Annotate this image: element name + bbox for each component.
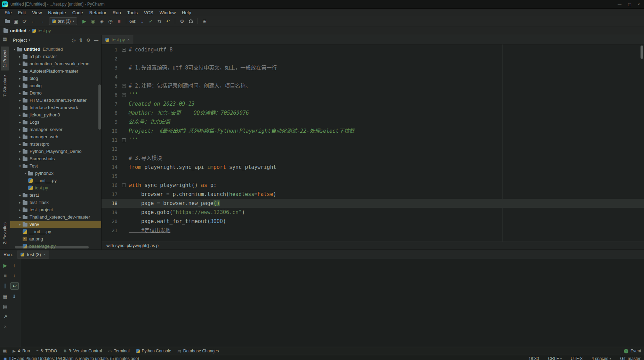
tree-arrow-icon[interactable]: ▸ (18, 99, 22, 102)
tab-test-py[interactable]: test.py × (102, 35, 134, 44)
line-number[interactable]: 13 (102, 154, 121, 163)
tree-arrow-icon[interactable]: ▸ (18, 69, 22, 73)
fold-marker-icon[interactable] (122, 48, 126, 52)
tool-window-button-database-changes[interactable]: ▤Database Changes (174, 347, 222, 355)
code-line-19[interactable]: 19 page.goto("https://www.12306.cn") (102, 208, 644, 217)
fold-marker-icon[interactable] (122, 183, 126, 187)
run-console[interactable] (21, 259, 644, 347)
status-18-30[interactable]: 18:30 (529, 356, 539, 360)
tree-arrow-icon[interactable]: ▸ (18, 113, 22, 117)
line-number[interactable]: 3 (102, 63, 121, 72)
status-utf-8[interactable]: UTF-8 (571, 356, 582, 360)
code-line-7[interactable]: 7Created on 2023-09-13 (102, 99, 644, 108)
tree-arrow-icon[interactable]: ▸ (18, 142, 22, 146)
line-number[interactable]: 14 (102, 163, 121, 172)
line-number[interactable]: 10 (102, 126, 121, 136)
menu-window[interactable]: Window (156, 9, 179, 16)
clear-all-icon[interactable]: × (1, 323, 9, 330)
tool-window-button-7-structure[interactable]: 7: Structure (1, 72, 9, 100)
code-line-8[interactable]: 8@author: 北京-宏哥 QQ交流群：705269076 (102, 108, 644, 117)
tree-item-test-py[interactable]: test.py (10, 184, 101, 191)
tree-arrow-icon[interactable]: ▾ (12, 48, 17, 51)
soft-wrap-icon[interactable]: ↩ (10, 282, 19, 290)
tree-item-autotestplatform-master[interactable]: ▸AutotestPlatform-master (10, 67, 101, 75)
line-number[interactable]: 9 (102, 117, 121, 126)
line-number[interactable]: 18 (102, 199, 121, 208)
menu-code[interactable]: Code (69, 9, 86, 16)
line-number[interactable]: 7 (102, 99, 121, 108)
tree-item-python2x[interactable]: ▸python2x (10, 170, 101, 177)
tab-close-icon[interactable]: × (127, 38, 129, 42)
menu-vcs[interactable]: VCS (141, 9, 156, 16)
tree-arrow-icon[interactable]: ▸ (18, 77, 22, 80)
minimize-button[interactable]: — (618, 2, 621, 7)
tree-arrow-icon[interactable]: ▸ (18, 150, 22, 153)
search-icon[interactable] (186, 17, 195, 25)
run-icon[interactable]: ▶ (80, 17, 89, 25)
run-tab-close-icon[interactable]: × (43, 252, 46, 256)
line-number[interactable]: 12 (102, 145, 121, 154)
menu-refactor[interactable]: Refactor (86, 9, 110, 16)
status-crlf[interactable]: CRLF▾ (548, 356, 562, 360)
tree-item-untitled[interactable]: ▾untitledE:\untitled (10, 46, 101, 53)
status-git-master[interactable]: Git: master (620, 356, 641, 360)
tree-arrow-icon[interactable]: ▸ (18, 194, 22, 197)
project-horizontal-scrollbar[interactable] (15, 246, 89, 248)
print-icon[interactable]: ▤ (1, 303, 9, 310)
menu-navigate[interactable]: Navigate (45, 9, 69, 16)
event-log-button[interactable]: 1Event Log (624, 349, 642, 353)
tool-window-button-version-control[interactable]: ⇅9: Version Control (60, 347, 105, 355)
tree-item-jiekou-python3[interactable]: ▸jiekou_python3 (10, 111, 101, 118)
coverage-icon[interactable]: ◈ (97, 17, 106, 25)
tool-window-button-terminal[interactable]: ▭Terminal (105, 347, 133, 355)
fold-marker-icon[interactable] (122, 84, 126, 88)
close-button[interactable]: × (638, 2, 640, 7)
tree-arrow-icon[interactable]: ▸ (18, 201, 22, 204)
tree-item-aa-png[interactable]: aa.png (10, 235, 101, 243)
jump-to-source-icon[interactable]: ↗ (1, 313, 9, 320)
tree-item-venv[interactable]: ▸venv (10, 221, 101, 228)
prev-trace-icon[interactable]: ↑ (10, 262, 18, 269)
code-line-13[interactable]: 13# 3.导入模块 (102, 154, 644, 163)
project-vertical-scrollbar[interactable] (98, 84, 101, 130)
code-line-11[interactable]: 11''' (102, 136, 644, 145)
code-line-21[interactable]: 21 #定位出发地 (102, 226, 644, 235)
code-line-20[interactable]: 20 page.wait_for_timeout(3000) (102, 217, 644, 226)
tree-arrow-icon[interactable]: ▸ (18, 157, 22, 161)
code-line-1[interactable]: 1# coding=utf-8 (102, 45, 644, 54)
run-tab-test-3[interactable]: test (3) × (17, 251, 49, 259)
tree-arrow-icon[interactable]: ▸ (18, 55, 22, 58)
git-commit-icon[interactable]: ✓ (146, 17, 155, 25)
wrench-icon[interactable]: ⚙ (178, 17, 186, 25)
tree-arrow-icon[interactable]: ▸ (23, 172, 28, 175)
tree-arrow-icon[interactable]: ▸ (18, 91, 22, 95)
code-line-3[interactable]: 3# 1.先设置编码，utf-8可支持中英文，如上，一般放在第一行 (102, 63, 644, 72)
git-compare-icon[interactable]: ⇆ (155, 17, 164, 25)
code-line-17[interactable]: 17 browser = p.chromium.launch(headless=… (102, 190, 644, 199)
tree-item-blog[interactable]: ▸blog (10, 75, 101, 82)
tree-item-thailand-xsteach-dev-master[interactable]: ▸Thailand_xsteach_dev-master (10, 213, 101, 221)
menu-file[interactable]: File (1, 9, 15, 16)
scroll-to-end-icon[interactable]: ⇓ (10, 293, 18, 300)
tree-item-python-playwright-demo[interactable]: ▸Python_Playwright_Demo (10, 148, 101, 155)
tree-item-test1[interactable]: ▸test1 (10, 191, 101, 199)
tool-window-switcher-icon[interactable]: ▦ (3, 349, 7, 353)
code-line-18[interactable]: 18 page = browser.new_page() (102, 199, 644, 208)
code-line-6[interactable]: 6''' (102, 90, 644, 99)
locate-icon[interactable]: ◎ (72, 38, 75, 43)
line-number[interactable]: 15 (102, 172, 121, 181)
tool-window-button-todo[interactable]: ≡6: TODO (33, 347, 60, 355)
hide-panel-icon[interactable]: — (94, 38, 98, 43)
code-line-14[interactable]: 14from playwright.sync_api import sync_p… (102, 163, 644, 172)
tree-item-automation-framework-demo[interactable]: ▸automation_framework_demo (10, 60, 101, 67)
restore-layout-icon[interactable]: ▦ (1, 293, 9, 300)
back-icon[interactable]: ← (29, 17, 38, 25)
code-line-16[interactable]: 16with sync_playwright() as p: (102, 181, 644, 190)
collapse-all-icon[interactable]: ⇅ (79, 38, 83, 43)
tree-item-config[interactable]: ▸config (10, 82, 101, 89)
line-number[interactable]: 6 (102, 90, 121, 99)
menu-run[interactable]: Run (110, 9, 124, 16)
line-number[interactable]: 16 (102, 181, 121, 190)
code-line-2[interactable]: 2 (102, 54, 644, 63)
code-editor[interactable]: 1# coding=utf-823# 1.先设置编码，utf-8可支持中英文，如… (102, 44, 644, 242)
